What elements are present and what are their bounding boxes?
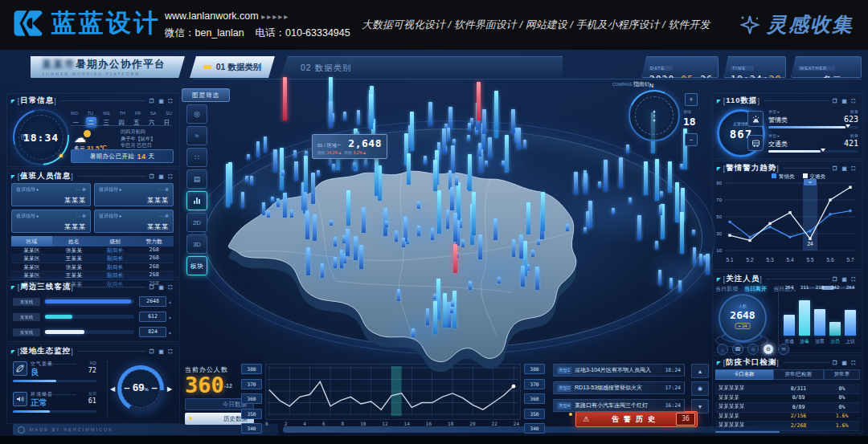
office-count-value: 360-12 xyxy=(185,373,232,397)
panel-controls[interactable]: ❐ ▣ ⛶ xyxy=(833,165,857,172)
alert-data-column xyxy=(283,77,287,120)
phone-text: 电话：010-63334945 xyxy=(256,27,350,39)
y-axis-label: 370 xyxy=(524,379,545,389)
website-link[interactable]: www.lanlanwork.com xyxy=(165,10,259,22)
panel-controls[interactable]: ❐ ▣ ⛶ xyxy=(149,173,174,180)
card-controls[interactable]: ⋯ ⊗ xyxy=(76,213,86,220)
gauge-prev-arrow[interactable]: ◀ xyxy=(110,385,115,393)
alarm-history-button[interactable]: ⚠ 告警历史 36 xyxy=(575,411,698,427)
office-chart-xaxis: 024681012141618202224 xyxy=(265,421,519,426)
data-column xyxy=(250,176,253,185)
data-column xyxy=(628,198,632,204)
duty-staff-header: ◤[值班人员信息] ❐ ▣ ⛶ xyxy=(11,171,174,181)
sparkle-icon xyxy=(739,14,760,35)
tab-data-category-1[interactable]: 01 数据类别 xyxy=(190,56,275,78)
checkpoint-tab[interactable]: 异常/已检测 xyxy=(773,369,824,380)
gauge-next-arrow[interactable]: ▶ xyxy=(167,385,172,393)
alert-row[interactable]: 类型4某路口有小汽车连闯三个红灯16:24 xyxy=(553,399,685,412)
checkpoint-tab[interactable]: 卡口名称 xyxy=(715,369,773,380)
data-column xyxy=(332,164,335,171)
data-column xyxy=(407,153,411,185)
table-row[interactable]: 某某区张某某副局长268 xyxy=(11,263,174,271)
data-column xyxy=(267,210,270,218)
card-controls[interactable]: ⋯ ⊗ xyxy=(158,213,169,220)
table-row[interactable]: 某某区王某某副局长268 xyxy=(11,255,174,263)
wechat-text: 微信：ben_lanlan xyxy=(165,27,244,39)
alert-row[interactable]: 类型2RD13-53烟感报警疑似火灾17:24 xyxy=(553,381,685,394)
gear-icon[interactable]: ⚙ xyxy=(763,344,774,355)
data-column xyxy=(485,161,488,166)
promo-banner: 蓝蓝设计 www.lanlanwork.com ▸▸▸▸▸ 微信：ben_lan… xyxy=(0,0,868,50)
duty-leader-card[interactable]: 值班领导 ▸⋯ ⊗ 某某某 xyxy=(11,210,91,233)
svg-text:5.4: 5.4 xyxy=(786,257,793,263)
data-column xyxy=(448,107,452,129)
map-tooltip[interactable]: 01 / 区域一 2,648 同比 14.1%▲ 环比 6.2%▲ xyxy=(312,134,387,159)
data-column xyxy=(354,236,358,260)
duty-leader-cards: 值班领导 ▸⋯ ⊗ 某某某 值班领导 ▸⋯ ⊗ 某某某 值班领导 ▸⋯ ⊗ 某某… xyxy=(11,183,174,233)
panel-controls[interactable]: ❐ ▣ ⛶ xyxy=(833,98,857,104)
table-row[interactable]: 某某区王某某副局长268 xyxy=(11,271,174,279)
checkpoint-tab[interactable]: 异常率 xyxy=(824,369,861,380)
home-icon[interactable]: ⌂ xyxy=(717,344,728,355)
tab-data-category-2[interactable]: 02 数据类别 xyxy=(280,56,563,79)
panel-controls[interactable]: ❐ ▣ ⛶ xyxy=(149,284,174,291)
data-column xyxy=(343,112,346,120)
focus-tab[interactable]: 当日新增 xyxy=(715,285,738,293)
panel-controls[interactable]: ❐ ▣ ⛶ xyxy=(149,348,174,355)
checkpoint-scrollbar[interactable] xyxy=(715,431,780,433)
data-column xyxy=(306,247,310,275)
panel-controls[interactable]: ❐ ▣ ⛶ xyxy=(833,276,857,283)
alert-pause-button[interactable]: ◉ xyxy=(691,381,709,396)
alarm-count-badge: 36 xyxy=(676,413,695,426)
data-column xyxy=(451,145,455,173)
passenger-flow-bars: 某某线 2648▲ 某某线 612▲ 某某线 824▲ xyxy=(13,296,172,342)
weekday-en: TH xyxy=(120,111,125,116)
data-column xyxy=(517,128,521,149)
data-column xyxy=(276,198,280,207)
phone-icon[interactable]: ☎ xyxy=(732,344,743,355)
duty-leader-card[interactable]: 值班领导 ▸⋯ ⊗ 某某某 xyxy=(94,210,174,233)
data-column xyxy=(678,280,682,292)
mail-icon[interactable]: ✉ xyxy=(778,344,789,355)
x-axis-label: 24 xyxy=(514,421,519,426)
panel-controls[interactable]: ❐ ▣ ⛶ xyxy=(149,98,174,104)
data-column xyxy=(437,190,441,234)
services-text: 大数据可视化设计 / 软件界面设计 / 网站建设 / 手机及小程序设计 / 软件… xyxy=(362,18,739,32)
focus-bar xyxy=(784,315,795,336)
data-column xyxy=(273,149,277,172)
checkpoint-row[interactable]: 某某某某某2/2681.6% xyxy=(715,421,860,431)
panel-controls[interactable]: ❐ ▣ ⛶ xyxy=(833,360,857,366)
map-zoom-out-button[interactable]: − xyxy=(685,133,698,146)
focus-bar-chart: 264 在逃311 涉毒219 涉黑242 涉恐264 上访 xyxy=(778,286,859,345)
data-column xyxy=(537,239,540,245)
data-column xyxy=(346,190,350,226)
data-column xyxy=(586,211,589,228)
eco-monitor-header: ◤[湿地生态监控] ❐ ▣ ⛶ xyxy=(11,346,174,356)
x-axis-label: 2 xyxy=(285,421,288,426)
compass-dial[interactable]: ▴•▾ xyxy=(628,90,680,141)
y-axis-label: 360 xyxy=(241,393,262,404)
table-row[interactable]: 某某区张某某副局长268 xyxy=(11,246,174,255)
y-axis-label: 340 xyxy=(524,423,545,434)
inspiration-collect[interactable]: 灵感收集 xyxy=(739,11,854,38)
siren-icon xyxy=(747,111,764,127)
focus-bar xyxy=(829,322,841,336)
target-icon[interactable]: ◎ xyxy=(747,344,759,355)
data-column xyxy=(583,173,588,193)
office-chart-yaxis-right: 380370360350340 xyxy=(524,364,545,438)
duty-leader-card[interactable]: 值班领导 ▸⋯ ⊗ 某某某 xyxy=(94,183,174,206)
data-column xyxy=(293,150,297,158)
weekday-en: SU xyxy=(166,111,172,116)
data-column xyxy=(450,187,454,210)
card-controls[interactable]: ⋯ ⊗ xyxy=(158,186,169,193)
card-controls[interactable]: ⋯ ⊗ xyxy=(76,186,86,193)
duty-leader-card[interactable]: 值班领导 ▸⋯ ⊗ 某某某 xyxy=(11,183,91,206)
data-column xyxy=(706,254,710,275)
map-zoom-in-button[interactable]: + xyxy=(685,93,698,106)
alarm-category-item: 类型 ▸数量 警情类623 xyxy=(768,109,858,130)
svg-text:5.6: 5.6 xyxy=(826,257,833,263)
data-column xyxy=(397,289,400,301)
page-subtitle: SUMMER WORKING PLATFORM xyxy=(42,71,185,76)
focus-tab[interactable]: 当日离开 xyxy=(744,285,767,293)
data-column xyxy=(512,239,515,257)
